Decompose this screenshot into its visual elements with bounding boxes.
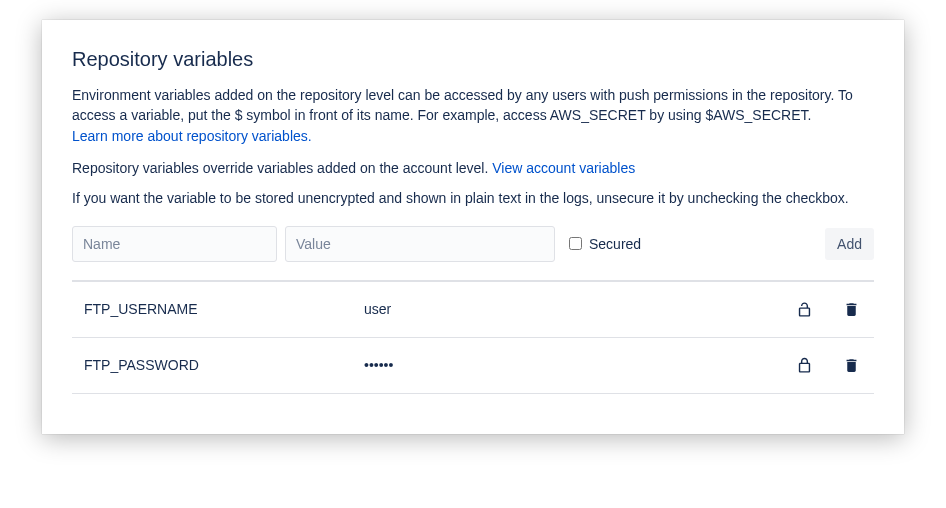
- override-body: Repository variables override variables …: [72, 160, 492, 176]
- view-account-variables-link[interactable]: View account variables: [492, 160, 635, 176]
- description-text: Environment variables added on the repos…: [72, 85, 874, 146]
- page-title: Repository variables: [72, 48, 874, 71]
- variable-value: ••••••: [364, 357, 792, 373]
- trash-icon[interactable]: [839, 353, 864, 378]
- repository-variables-panel: Repository variables Environment variabl…: [42, 20, 904, 434]
- secured-label: Secured: [589, 236, 641, 252]
- variable-name: FTP_PASSWORD: [84, 357, 364, 373]
- add-variable-row: Secured Add: [72, 226, 874, 282]
- secured-checkbox[interactable]: [569, 237, 582, 250]
- variable-row: FTP_USERNAME user: [72, 282, 874, 338]
- name-input[interactable]: [72, 226, 277, 262]
- unsecure-text: If you want the variable to be stored un…: [72, 190, 874, 206]
- variable-value: user: [364, 301, 792, 317]
- description-body: Environment variables added on the repos…: [72, 87, 853, 123]
- variable-name: FTP_USERNAME: [84, 301, 364, 317]
- override-text: Repository variables override variables …: [72, 160, 874, 176]
- variable-actions: [792, 297, 872, 322]
- add-button[interactable]: Add: [825, 228, 874, 260]
- secured-checkbox-wrap: Secured: [569, 236, 817, 252]
- lock-icon[interactable]: [792, 353, 817, 378]
- trash-icon[interactable]: [839, 297, 864, 322]
- variable-row: FTP_PASSWORD ••••••: [72, 338, 874, 394]
- variable-actions: [792, 353, 872, 378]
- unlock-icon[interactable]: [792, 297, 817, 322]
- learn-more-link[interactable]: Learn more about repository variables.: [72, 128, 312, 144]
- value-input[interactable]: [285, 226, 555, 262]
